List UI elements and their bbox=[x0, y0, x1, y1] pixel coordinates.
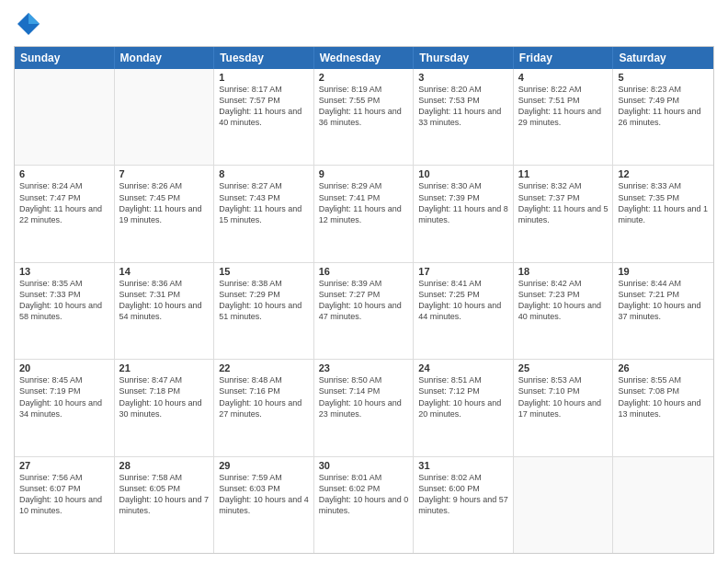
day-info: Sunrise: 8:38 AMSunset: 7:29 PMDaylight:… bbox=[219, 278, 309, 323]
day-info: Sunrise: 8:50 AMSunset: 7:14 PMDaylight:… bbox=[319, 374, 409, 419]
day-info: Sunrise: 8:20 AMSunset: 7:53 PMDaylight:… bbox=[418, 84, 508, 129]
day-info: Sunrise: 8:27 AMSunset: 7:43 PMDaylight:… bbox=[219, 180, 309, 225]
day-info: Sunrise: 8:51 AMSunset: 7:12 PMDaylight:… bbox=[418, 374, 508, 419]
day-info: Sunrise: 8:19 AMSunset: 7:55 PMDaylight:… bbox=[319, 84, 409, 129]
calendar-day-30: 30Sunrise: 8:01 AMSunset: 6:02 PMDayligh… bbox=[314, 457, 415, 553]
calendar: SundayMondayTuesdayWednesdayThursdayFrid… bbox=[14, 46, 714, 554]
day-header-sunday: Sunday bbox=[15, 47, 115, 69]
day-info: Sunrise: 8:42 AMSunset: 7:23 PMDaylight:… bbox=[518, 278, 609, 323]
day-info: Sunrise: 8:55 AMSunset: 7:08 PMDaylight:… bbox=[618, 374, 709, 419]
day-info: Sunrise: 8:30 AMSunset: 7:39 PMDaylight:… bbox=[418, 180, 508, 225]
day-info: Sunrise: 8:29 AMSunset: 7:41 PMDaylight:… bbox=[319, 180, 409, 225]
day-number: 30 bbox=[319, 460, 409, 471]
calendar-day-2: 2Sunrise: 8:19 AMSunset: 7:55 PMDaylight… bbox=[314, 69, 415, 165]
calendar-day-25: 25Sunrise: 8:53 AMSunset: 7:10 PMDayligh… bbox=[514, 360, 614, 455]
day-number: 15 bbox=[219, 266, 309, 277]
day-number: 22 bbox=[219, 362, 309, 373]
calendar-body: 1Sunrise: 8:17 AMSunset: 7:57 PMDaylight… bbox=[15, 69, 713, 553]
day-info: Sunrise: 7:56 AMSunset: 6:07 PMDaylight:… bbox=[19, 472, 109, 517]
calendar-day-empty bbox=[613, 457, 713, 553]
calendar-day-3: 3Sunrise: 8:20 AMSunset: 7:53 PMDaylight… bbox=[414, 69, 514, 165]
day-info: Sunrise: 8:35 AMSunset: 7:33 PMDaylight:… bbox=[19, 278, 109, 323]
day-header-friday: Friday bbox=[514, 47, 614, 69]
calendar-day-24: 24Sunrise: 8:51 AMSunset: 7:12 PMDayligh… bbox=[414, 360, 514, 455]
day-number: 19 bbox=[618, 266, 709, 277]
day-number: 3 bbox=[418, 72, 508, 83]
day-number: 13 bbox=[19, 266, 109, 277]
day-number: 20 bbox=[19, 362, 109, 373]
day-info: Sunrise: 8:41 AMSunset: 7:25 PMDaylight:… bbox=[418, 278, 508, 323]
calendar-day-4: 4Sunrise: 8:22 AMSunset: 7:51 PMDaylight… bbox=[514, 69, 614, 165]
calendar-day-empty bbox=[115, 69, 215, 165]
calendar-day-18: 18Sunrise: 8:42 AMSunset: 7:23 PMDayligh… bbox=[514, 263, 614, 359]
day-number: 24 bbox=[418, 362, 508, 373]
day-info: Sunrise: 8:24 AMSunset: 7:47 PMDaylight:… bbox=[19, 180, 109, 225]
calendar-day-12: 12Sunrise: 8:33 AMSunset: 7:35 PMDayligh… bbox=[613, 166, 713, 261]
calendar-day-empty bbox=[15, 69, 115, 165]
calendar-day-15: 15Sunrise: 8:38 AMSunset: 7:29 PMDayligh… bbox=[214, 263, 314, 359]
day-number: 14 bbox=[119, 266, 210, 277]
day-number: 29 bbox=[219, 460, 309, 471]
logo bbox=[14, 9, 47, 39]
day-number: 17 bbox=[418, 266, 508, 277]
day-number: 26 bbox=[618, 362, 709, 373]
day-number: 16 bbox=[319, 266, 409, 277]
calendar-week-2: 6Sunrise: 8:24 AMSunset: 7:47 PMDaylight… bbox=[15, 166, 713, 262]
calendar-day-17: 17Sunrise: 8:41 AMSunset: 7:25 PMDayligh… bbox=[414, 263, 514, 359]
calendar-day-7: 7Sunrise: 8:26 AMSunset: 7:45 PMDaylight… bbox=[115, 166, 215, 261]
calendar-day-empty bbox=[514, 457, 614, 553]
day-info: Sunrise: 8:44 AMSunset: 7:21 PMDaylight:… bbox=[618, 278, 709, 323]
day-info: Sunrise: 8:23 AMSunset: 7:49 PMDaylight:… bbox=[618, 84, 709, 129]
calendar-day-19: 19Sunrise: 8:44 AMSunset: 7:21 PMDayligh… bbox=[613, 263, 713, 359]
day-number: 4 bbox=[518, 72, 609, 83]
calendar-week-3: 13Sunrise: 8:35 AMSunset: 7:33 PMDayligh… bbox=[15, 263, 713, 360]
day-info: Sunrise: 8:45 AMSunset: 7:19 PMDaylight:… bbox=[19, 374, 109, 419]
calendar-day-6: 6Sunrise: 8:24 AMSunset: 7:47 PMDaylight… bbox=[15, 166, 115, 261]
day-info: Sunrise: 8:47 AMSunset: 7:18 PMDaylight:… bbox=[119, 374, 210, 419]
calendar-day-14: 14Sunrise: 8:36 AMSunset: 7:31 PMDayligh… bbox=[115, 263, 215, 359]
calendar-day-1: 1Sunrise: 8:17 AMSunset: 7:57 PMDaylight… bbox=[214, 69, 314, 165]
day-info: Sunrise: 8:53 AMSunset: 7:10 PMDaylight:… bbox=[518, 374, 609, 419]
calendar-day-10: 10Sunrise: 8:30 AMSunset: 7:39 PMDayligh… bbox=[414, 166, 514, 261]
day-number: 11 bbox=[518, 168, 609, 179]
page: SundayMondayTuesdayWednesdayThursdayFrid… bbox=[0, 0, 728, 563]
calendar-week-4: 20Sunrise: 8:45 AMSunset: 7:19 PMDayligh… bbox=[15, 360, 713, 456]
day-number: 21 bbox=[119, 362, 210, 373]
svg-marker-1 bbox=[28, 13, 40, 24]
calendar-day-29: 29Sunrise: 7:59 AMSunset: 6:03 PMDayligh… bbox=[214, 457, 314, 553]
day-number: 25 bbox=[518, 362, 609, 373]
day-header-monday: Monday bbox=[115, 47, 215, 69]
day-number: 5 bbox=[618, 72, 709, 83]
calendar-day-5: 5Sunrise: 8:23 AMSunset: 7:49 PMDaylight… bbox=[613, 69, 713, 165]
day-header-wednesday: Wednesday bbox=[314, 47, 415, 69]
logo-icon bbox=[14, 9, 43, 39]
day-header-saturday: Saturday bbox=[613, 47, 713, 69]
day-number: 7 bbox=[119, 168, 210, 179]
day-info: Sunrise: 8:36 AMSunset: 7:31 PMDaylight:… bbox=[119, 278, 210, 323]
day-number: 31 bbox=[418, 460, 508, 471]
calendar-day-8: 8Sunrise: 8:27 AMSunset: 7:43 PMDaylight… bbox=[214, 166, 314, 261]
day-number: 10 bbox=[418, 168, 508, 179]
day-info: Sunrise: 8:33 AMSunset: 7:35 PMDaylight:… bbox=[618, 180, 709, 225]
calendar-day-21: 21Sunrise: 8:47 AMSunset: 7:18 PMDayligh… bbox=[115, 360, 215, 455]
day-info: Sunrise: 7:59 AMSunset: 6:03 PMDaylight:… bbox=[219, 472, 309, 517]
day-info: Sunrise: 8:39 AMSunset: 7:27 PMDaylight:… bbox=[319, 278, 409, 323]
calendar-day-13: 13Sunrise: 8:35 AMSunset: 7:33 PMDayligh… bbox=[15, 263, 115, 359]
day-number: 28 bbox=[119, 460, 210, 471]
day-number: 6 bbox=[19, 168, 109, 179]
day-number: 2 bbox=[319, 72, 409, 83]
day-info: Sunrise: 8:01 AMSunset: 6:02 PMDaylight:… bbox=[319, 472, 409, 517]
day-header-tuesday: Tuesday bbox=[214, 47, 314, 69]
calendar-day-23: 23Sunrise: 8:50 AMSunset: 7:14 PMDayligh… bbox=[314, 360, 415, 455]
day-info: Sunrise: 8:48 AMSunset: 7:16 PMDaylight:… bbox=[219, 374, 309, 419]
calendar-day-26: 26Sunrise: 8:55 AMSunset: 7:08 PMDayligh… bbox=[613, 360, 713, 455]
calendar-day-31: 31Sunrise: 8:02 AMSunset: 6:00 PMDayligh… bbox=[414, 457, 514, 553]
calendar-week-1: 1Sunrise: 8:17 AMSunset: 7:57 PMDaylight… bbox=[15, 69, 713, 166]
day-info: Sunrise: 8:32 AMSunset: 7:37 PMDaylight:… bbox=[518, 180, 609, 225]
day-number: 18 bbox=[518, 266, 609, 277]
calendar-day-11: 11Sunrise: 8:32 AMSunset: 7:37 PMDayligh… bbox=[514, 166, 614, 261]
calendar-day-27: 27Sunrise: 7:56 AMSunset: 6:07 PMDayligh… bbox=[15, 457, 115, 553]
day-info: Sunrise: 7:58 AMSunset: 6:05 PMDaylight:… bbox=[119, 472, 210, 517]
day-header-thursday: Thursday bbox=[414, 47, 514, 69]
day-number: 9 bbox=[319, 168, 409, 179]
